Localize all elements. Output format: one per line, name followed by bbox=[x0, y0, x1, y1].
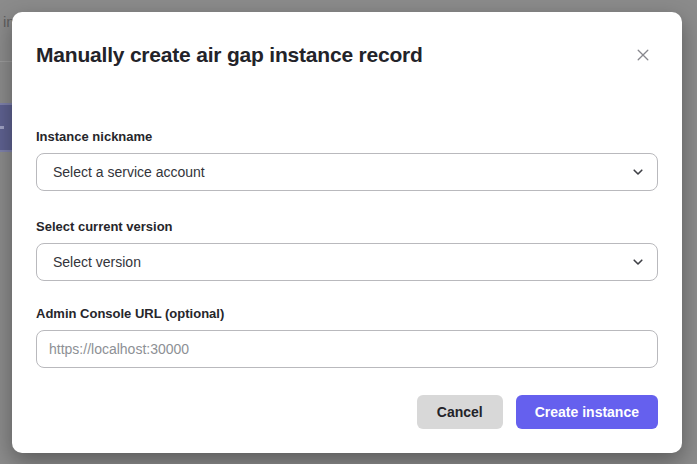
current-version-control: Select version bbox=[36, 243, 658, 281]
field-admin-console-url: Admin Console URL (optional) bbox=[36, 306, 658, 368]
admin-console-url-control bbox=[36, 330, 658, 368]
field-current-version: Select current version Select version bbox=[36, 219, 658, 281]
instance-nickname-label: Instance nickname bbox=[36, 129, 658, 145]
create-airgap-instance-modal: Manually create air gap instance record … bbox=[12, 12, 682, 453]
service-account-select[interactable]: Select a service account bbox=[36, 153, 658, 191]
create-instance-button[interactable]: Create instance bbox=[516, 395, 658, 429]
close-icon bbox=[635, 51, 651, 66]
background-fragment-mark bbox=[0, 126, 4, 129]
modal-footer: Cancel Create instance bbox=[36, 395, 658, 429]
admin-console-url-input[interactable] bbox=[36, 330, 658, 368]
modal-header: Manually create air gap instance record bbox=[36, 12, 658, 67]
instance-nickname-control: Select a service account bbox=[36, 153, 658, 191]
modal-body: Instance nickname Select a service accou… bbox=[36, 129, 658, 368]
modal-title: Manually create air gap instance record bbox=[36, 43, 423, 67]
version-select[interactable]: Select version bbox=[36, 243, 658, 281]
field-instance-nickname: Instance nickname Select a service accou… bbox=[36, 129, 658, 191]
current-version-label: Select current version bbox=[36, 219, 658, 235]
admin-console-url-label: Admin Console URL (optional) bbox=[36, 306, 658, 322]
close-button[interactable] bbox=[633, 45, 653, 65]
cancel-button[interactable]: Cancel bbox=[417, 395, 503, 429]
